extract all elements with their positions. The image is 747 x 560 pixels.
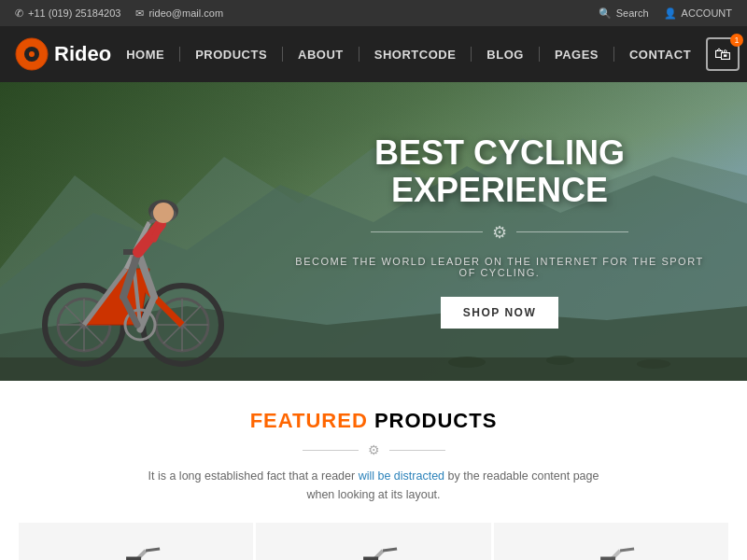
svg-point-16 — [546, 356, 574, 365]
top-bar: ✆ +11 (019) 25184203 ✉ rideo@mail.com 🔍 … — [0, 0, 747, 26]
logo[interactable]: Rideo — [15, 37, 111, 71]
nav-item-about[interactable]: ABOUT — [283, 48, 359, 62]
nav-item-blog[interactable]: BLOG — [472, 48, 539, 62]
nav-link-about[interactable]: ABOUT — [283, 48, 359, 62]
hero-content: BEST CYCLING EXPERIENCE ⚙ BECOME THE WOR… — [261, 106, 747, 356]
top-bar-actions: 🔍 Search 👤 ACCOUNT — [599, 7, 732, 20]
search-label[interactable]: Search — [616, 7, 649, 19]
nav-link-blog[interactable]: BLOG — [472, 48, 539, 62]
featured-divider: ⚙ — [19, 442, 728, 457]
bike-image-2 — [268, 532, 479, 560]
nav-item-contact[interactable]: CONTACT — [614, 48, 706, 62]
nav-link-contact[interactable]: CONTACT — [614, 48, 706, 62]
email-icon: ✉ — [135, 7, 144, 20]
product-card-2[interactable] — [253, 523, 490, 560]
featured-description: It is a long established fact that a rea… — [19, 467, 728, 504]
hero-divider: ⚙ — [289, 222, 710, 243]
email-item: ✉ rideo@mail.com — [135, 7, 223, 20]
phone-icon: ✆ — [15, 7, 23, 20]
nav-link-shortcode[interactable]: SHORTCODE — [359, 48, 472, 62]
nav-item-products[interactable]: PRODUCTS — [180, 48, 282, 62]
product-grid — [19, 523, 728, 560]
email-address: rideo@mail.com — [148, 7, 223, 19]
divider-line-left — [303, 450, 359, 451]
account-label[interactable]: ACCOUNT — [682, 7, 732, 19]
logo-text: Rideo — [54, 42, 111, 66]
nav-link-home[interactable]: HOME — [111, 48, 179, 62]
logo-icon — [15, 37, 49, 71]
hero-section: BEST CYCLING EXPERIENCE ⚙ BECOME THE WOR… — [0, 82, 747, 381]
svg-rect-5 — [17, 53, 21, 56]
shop-now-button[interactable]: SHOP NOW — [441, 297, 558, 329]
description-link: will be distracted — [359, 469, 444, 483]
search-icon: 🔍 — [599, 7, 612, 20]
nav-item-shortcode[interactable]: SHORTCODE — [359, 48, 472, 62]
account-item[interactable]: 👤 ACCOUNT — [664, 7, 732, 20]
svg-line-62 — [146, 549, 160, 551]
nav-links: HOME PRODUCTS ABOUT SHORTCODE BLOG PAGES… — [111, 47, 706, 62]
svg-rect-6 — [42, 53, 47, 56]
cyclist-figure — [19, 119, 224, 381]
bike-image-3 — [505, 532, 716, 560]
cart-badge: 1 — [730, 34, 743, 47]
nav-link-pages[interactable]: PAGES — [540, 48, 613, 62]
nav-link-products[interactable]: PRODUCTS — [180, 48, 282, 62]
featured-title: FEATURED PRODUCTS — [19, 409, 728, 433]
cart-button[interactable]: 🛍 1 — [706, 37, 740, 71]
phone-item: ✆ +11 (019) 25184203 — [15, 7, 120, 20]
gear-icon: ⚙ — [492, 222, 507, 243]
phone-number: +11 (019) 25184203 — [28, 7, 120, 19]
svg-rect-3 — [31, 39, 34, 44]
nav-item-home[interactable]: HOME — [111, 48, 179, 62]
bike-image-1 — [31, 532, 242, 560]
hero-title: BEST CYCLING EXPERIENCE — [289, 134, 710, 208]
divider-line-left — [371, 231, 483, 232]
featured-rest: PRODUCTS — [368, 409, 498, 432]
product-card-1[interactable] — [19, 523, 253, 560]
svg-line-92 — [620, 549, 634, 551]
account-icon: 👤 — [664, 7, 677, 20]
product-card-3[interactable] — [491, 523, 728, 560]
svg-point-15 — [448, 357, 486, 368]
navbar: Rideo HOME PRODUCTS ABOUT SHORTCODE BLOG… — [0, 26, 747, 82]
svg-point-2 — [29, 51, 35, 57]
svg-line-77 — [383, 549, 397, 551]
gear-icon: ⚙ — [368, 442, 380, 457]
featured-highlight: FEATURED — [250, 409, 368, 432]
search-item[interactable]: 🔍 Search — [599, 7, 649, 20]
svg-point-49 — [153, 203, 174, 223]
divider-line-right — [389, 450, 445, 451]
svg-rect-4 — [31, 64, 34, 69]
featured-section: FEATURED PRODUCTS ⚙ It is a long establi… — [0, 381, 747, 560]
top-bar-contact-info: ✆ +11 (019) 25184203 ✉ rideo@mail.com — [15, 7, 223, 20]
svg-point-17 — [637, 359, 670, 369]
divider-line-right — [516, 231, 628, 232]
nav-item-pages[interactable]: PAGES — [540, 48, 613, 62]
hero-subtitle: BECOME THE WORLD LEADER ON THE INTERNET … — [289, 256, 710, 278]
